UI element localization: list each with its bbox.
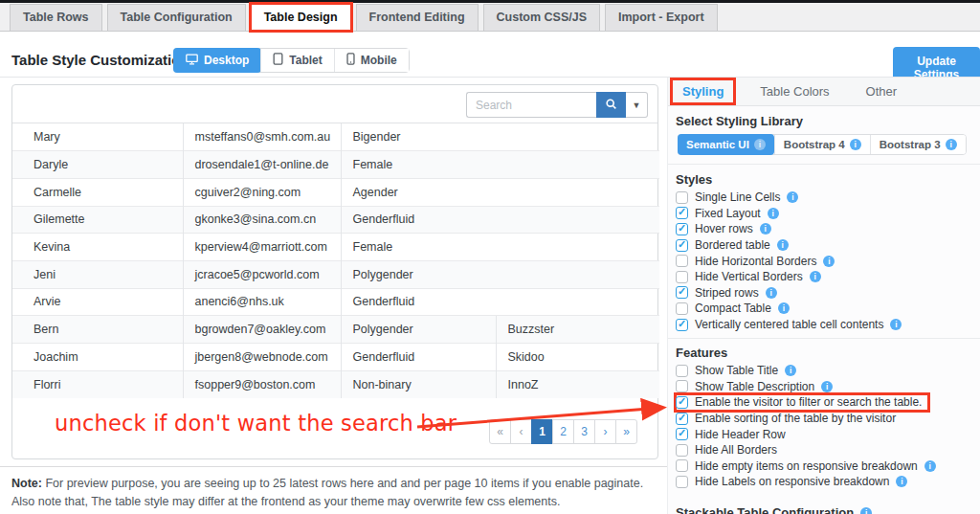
- info-icon[interactable]: [850, 139, 861, 150]
- note-body: For preview purpose, you are seeing up t…: [11, 477, 643, 508]
- stackable-config-heading: Stackable Table Configuration: [676, 505, 872, 514]
- info-icon[interactable]: [768, 208, 779, 219]
- info-icon[interactable]: [821, 381, 833, 392]
- pagination-button[interactable]: ›: [594, 419, 616, 444]
- pagination-button[interactable]: «: [489, 419, 511, 444]
- info-icon[interactable]: [778, 302, 790, 314]
- checkbox[interactable]: [676, 413, 688, 425]
- tab-table-design[interactable]: Table Design: [251, 4, 351, 31]
- info-icon[interactable]: [785, 365, 796, 376]
- info-icon[interactable]: [787, 191, 798, 203]
- search-button[interactable]: [596, 92, 626, 118]
- checkbox[interactable]: [676, 271, 688, 283]
- checkbox[interactable]: [676, 319, 688, 331]
- table-search-row: ▼: [12, 85, 657, 123]
- checkbox[interactable]: [676, 255, 688, 267]
- checkbox-row[interactable]: Hide empty items on responsive breakdown: [676, 458, 974, 475]
- checkbox[interactable]: [676, 239, 688, 252]
- tab-frontend-editing[interactable]: Frontend Editing: [356, 4, 479, 31]
- checkbox[interactable]: [676, 396, 688, 409]
- panel-tab-other[interactable]: Other: [855, 78, 909, 104]
- cell-gender: Genderfluid: [341, 288, 659, 316]
- checkbox-row[interactable]: Hide Labels on responsive breakdown: [676, 474, 974, 490]
- library-label: Semantic UI: [686, 139, 749, 150]
- info-icon[interactable]: [760, 223, 771, 235]
- info-icon[interactable]: [946, 139, 957, 150]
- checkbox[interactable]: [676, 444, 688, 457]
- checkbox[interactable]: [676, 459, 688, 472]
- device-label: Mobile: [361, 54, 397, 67]
- search-options-dropdown[interactable]: ▼: [626, 92, 648, 118]
- checkbox[interactable]: [676, 380, 688, 392]
- pagination-button[interactable]: ‹: [510, 419, 532, 444]
- pagination: «‹123›»: [489, 419, 637, 444]
- tablet-icon: [273, 53, 283, 68]
- panel-divider: [668, 164, 980, 165]
- library-bootstrap3-button[interactable]: Bootstrap 3: [870, 135, 966, 154]
- checkbox[interactable]: [676, 286, 688, 299]
- checkbox-row[interactable]: Hide Header Row: [676, 426, 974, 442]
- mobile-preview-button[interactable]: Mobile: [334, 49, 409, 72]
- device-label: Tablet: [289, 54, 322, 67]
- tab-import-export[interactable]: Import - Export: [605, 4, 718, 31]
- checkbox-row[interactable]: Enable the visitor to filter or search t…: [676, 394, 928, 411]
- top-tab-bar: Table Rows Table Configuration Table Des…: [0, 3, 980, 32]
- checkbox-row[interactable]: Fixed Layout: [676, 206, 974, 222]
- checkbox-row[interactable]: Hide All Borders: [676, 442, 974, 458]
- checkbox-row[interactable]: Vertically centered table cell contents: [676, 317, 974, 333]
- checkbox-row[interactable]: Bordered table: [676, 237, 974, 254]
- checkbox-row[interactable]: Show Table Title: [676, 363, 974, 379]
- checkbox-label: Hide Horizontal Borders: [695, 255, 816, 268]
- panel-tab-table-colors[interactable]: Table Colors: [748, 78, 840, 104]
- tab-custom-css-js[interactable]: Custom CSS/JS: [483, 4, 600, 31]
- cell-gender: Bigender: [341, 123, 659, 151]
- library-semantic-ui-button[interactable]: Semantic UI: [678, 134, 774, 155]
- library-bootstrap4-button[interactable]: Bootstrap 4: [774, 135, 870, 154]
- pagination-button[interactable]: 2: [552, 419, 574, 444]
- tab-table-configuration[interactable]: Table Configuration: [107, 4, 246, 31]
- checkbox[interactable]: [676, 476, 688, 488]
- checkbox-row[interactable]: Enable sorting of the table by the visit…: [676, 411, 974, 427]
- checkbox[interactable]: [676, 302, 688, 315]
- checkbox-row[interactable]: Striped rows: [676, 285, 974, 302]
- info-icon[interactable]: [777, 239, 789, 251]
- desktop-icon: [186, 54, 198, 68]
- checkbox-label: Bordered table: [695, 238, 770, 252]
- checkbox-row[interactable]: Hover rows: [676, 221, 974, 237]
- checkbox-row[interactable]: Compact Table: [676, 301, 974, 317]
- info-icon[interactable]: [766, 287, 777, 299]
- tablet-preview-button[interactable]: Tablet: [260, 49, 333, 72]
- cell-gender: Polygender: [341, 316, 496, 344]
- table-row: Kevina kperview4@marriott.com Female: [12, 234, 659, 261]
- tab-table-rows[interactable]: Table Rows: [10, 4, 102, 31]
- pagination-button[interactable]: »: [615, 419, 637, 444]
- pagination-button[interactable]: 3: [573, 419, 595, 444]
- checkbox-row[interactable]: Show Table Description: [676, 379, 974, 395]
- checkbox[interactable]: [676, 223, 688, 235]
- checkbox-row[interactable]: Hide Horizontal Borders: [676, 253, 974, 269]
- info-icon[interactable]: [860, 507, 872, 514]
- checkbox[interactable]: [676, 207, 688, 219]
- checkbox[interactable]: [676, 365, 688, 377]
- info-icon[interactable]: [924, 460, 936, 472]
- search-icon: [605, 98, 617, 113]
- search-input[interactable]: [466, 92, 596, 118]
- checkbox-row[interactable]: Single Line Cells: [676, 190, 974, 206]
- checkbox-label: Show Table Title: [695, 364, 778, 377]
- desktop-preview-button[interactable]: Desktop: [173, 48, 261, 73]
- cell-gender: Non-binary: [341, 370, 496, 398]
- info-icon[interactable]: [890, 319, 902, 330]
- table-row: Joachim jbergen8@webnode.com Genderfluid…: [12, 344, 659, 371]
- checkbox-label: Striped rows: [695, 286, 759, 300]
- info-icon[interactable]: [754, 139, 766, 150]
- table-row: Jeni jcracoe5@pcworld.com Polygender: [12, 260, 659, 288]
- checkbox[interactable]: [676, 191, 688, 204]
- panel-tab-styling[interactable]: Styling: [671, 78, 735, 104]
- device-preview-switcher: Desktop Tablet Mobile: [173, 48, 410, 73]
- info-icon[interactable]: [810, 271, 821, 282]
- checkbox[interactable]: [676, 428, 688, 440]
- info-icon[interactable]: [823, 256, 835, 267]
- checkbox-row[interactable]: Hide Vertical Borders: [676, 269, 974, 285]
- pagination-button[interactable]: 1: [531, 419, 553, 444]
- info-icon[interactable]: [896, 476, 907, 487]
